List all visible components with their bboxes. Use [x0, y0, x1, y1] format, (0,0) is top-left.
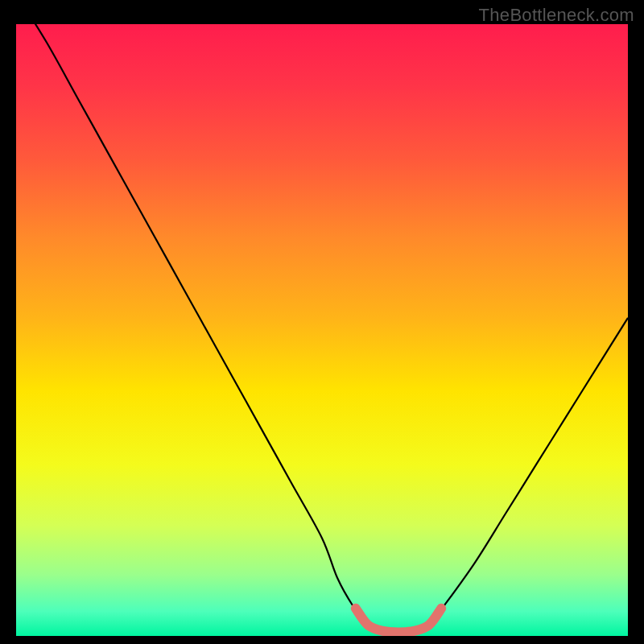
watermark-text: TheBottleneck.com [479, 5, 634, 26]
gradient-background [16, 24, 628, 636]
chart-stage: TheBottleneck.com [0, 0, 644, 644]
chart-plot-area [16, 24, 628, 636]
chart-svg [16, 24, 628, 636]
